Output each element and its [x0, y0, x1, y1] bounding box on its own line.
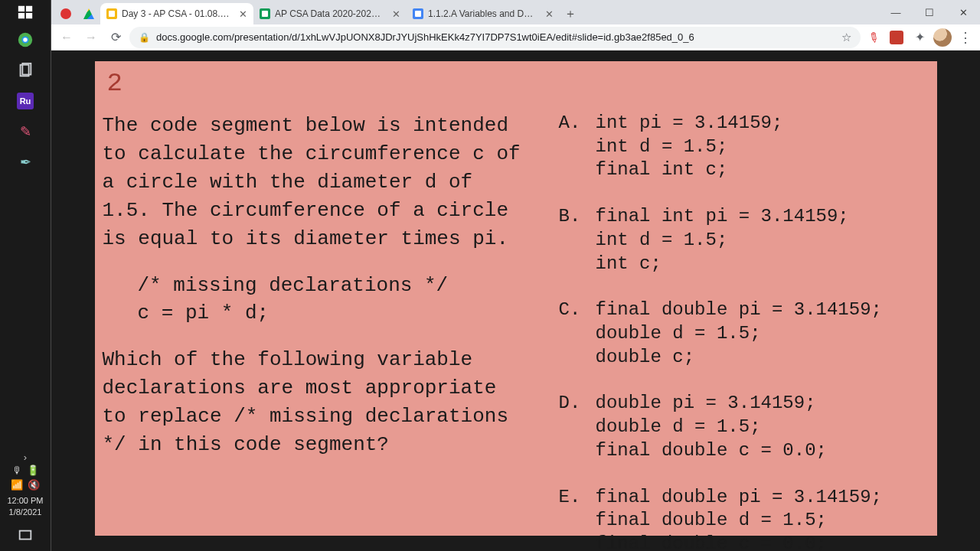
chevron-right-icon: › — [24, 452, 27, 463]
browser-menu[interactable]: ⋮ — [956, 29, 975, 46]
tab-2[interactable]: Day 3 - AP CSA - 01.08.21 - Goo ✕ — [100, 3, 253, 24]
question-column: The code segment below is intended to ca… — [103, 112, 531, 551]
answer-a: A. int pi = 3.14159; int d = 1.5; final … — [559, 112, 919, 182]
nav-forward[interactable]: → — [80, 27, 102, 48]
ru-icon: Ru — [17, 93, 34, 109]
puzzle-icon: ✦ — [915, 30, 925, 44]
brush-icon: ✒ — [20, 154, 31, 171]
browser-toolbar: ← → ⟳ 🔒 docs.google.com/presentation/d/1… — [51, 24, 980, 51]
new-tab-button[interactable]: ＋ — [560, 3, 581, 24]
presentation-viewport[interactable]: 2 The code segment below is intended to … — [51, 51, 980, 551]
answer-c: C. final double pi = 3.14159; double d =… — [559, 298, 919, 369]
lock-icon: 🔒 — [139, 32, 150, 43]
tab-0[interactable] — [54, 3, 77, 24]
answer-code: final double pi = 3.14159; final double … — [596, 486, 882, 551]
window-minimize[interactable]: — — [879, 0, 913, 24]
tab-title: AP CSA Data 2020-2021 - S2 - G — [275, 8, 384, 19]
answer-b: B. final int pi = 3.14159; int d = 1.5; … — [559, 205, 919, 276]
clock-time: 12:00 PM — [7, 495, 43, 506]
address-bar[interactable]: 🔒 docs.google.com/presentation/d/1xhLwVJ… — [129, 27, 861, 48]
sheets-icon — [260, 8, 270, 19]
svg-rect-2 — [18, 13, 24, 18]
chrome-icon — [17, 31, 34, 48]
close-icon: ✕ — [959, 7, 968, 18]
tab-title: 1.1.2.A Variables and Data Types — [428, 8, 537, 19]
slide-number: 2 — [107, 69, 919, 98]
extension-annotate[interactable]: ✎ — [860, 23, 887, 51]
taskbar-app-rush[interactable]: Ru — [0, 86, 51, 116]
answer-d: D. double pi = 3.14159; double d = 1.5; … — [559, 392, 919, 462]
microphone-icon[interactable]: 🎙 — [12, 465, 22, 476]
battery-icon[interactable]: 🔋 — [27, 465, 39, 476]
nav-back[interactable]: ← — [56, 27, 77, 48]
browser-window: Day 3 - AP CSA - 01.08.21 - Goo ✕ AP CSA… — [51, 0, 980, 551]
question-code: /* missing declarations */ c = pi * d; — [138, 272, 531, 328]
taskbar-tray-expand[interactable]: › — [24, 452, 27, 463]
taskbar-app-chrome[interactable] — [0, 24, 51, 55]
docs-icon — [413, 8, 423, 19]
question-para-2: Which of the following variable declarat… — [103, 346, 531, 459]
volume-mute-icon[interactable]: 🔇 — [28, 479, 40, 491]
tab-1[interactable] — [77, 3, 100, 24]
start-button[interactable] — [0, 0, 51, 24]
plus-icon: ＋ — [564, 6, 577, 22]
answer-letter: C. — [559, 298, 579, 369]
taskbar-app-brush[interactable]: ✒ — [0, 147, 51, 178]
window-close[interactable]: ✕ — [946, 0, 980, 24]
reload-icon: ⟳ — [111, 30, 121, 44]
svg-rect-3 — [26, 13, 32, 18]
taskbar-notifications[interactable] — [0, 520, 51, 551]
answer-code: final int pi = 3.14159; int d = 1.5; int… — [596, 205, 849, 276]
svg-rect-0 — [18, 6, 24, 11]
answer-code: double pi = 3.14159; double d = 1.5; fin… — [596, 392, 827, 462]
tab-close-icon[interactable]: ✕ — [392, 8, 400, 20]
answer-e: E. final double pi = 3.14159; final doub… — [559, 486, 919, 551]
svg-point-6 — [23, 37, 28, 42]
kebab-icon: ⋮ — [959, 30, 972, 45]
extension-red[interactable] — [887, 28, 906, 47]
answer-letter: A. — [559, 112, 579, 182]
clock-date: 1/8/2021 — [7, 507, 43, 517]
taskbar-app-files[interactable] — [0, 55, 51, 86]
notification-icon — [17, 527, 34, 544]
minimize-icon: — — [891, 7, 901, 18]
box-icon — [890, 31, 903, 44]
drive-icon — [83, 8, 94, 19]
tab-strip: Day 3 - AP CSA - 01.08.21 - Goo ✕ AP CSA… — [51, 0, 980, 24]
tab-3[interactable]: AP CSA Data 2020-2021 - S2 - G ✕ — [253, 3, 407, 24]
profile-avatar[interactable] — [933, 28, 952, 47]
taskbar-clock[interactable]: 12:00 PM 1/8/2021 — [7, 495, 43, 517]
question-para-1: The code segment below is intended to ca… — [103, 112, 531, 253]
pen-icon: ✎ — [20, 123, 31, 140]
window-maximize[interactable]: ☐ — [913, 0, 946, 24]
answer-letter: E. — [559, 486, 579, 551]
svg-rect-9 — [20, 531, 31, 540]
answers-column: A. int pi = 3.14159; int d = 1.5; final … — [559, 112, 919, 551]
taskbar-app-pen[interactable]: ✎ — [0, 116, 51, 147]
tab-title: Day 3 - AP CSA - 01.08.21 - Goo — [122, 8, 231, 19]
arrow-right-icon: → — [85, 31, 97, 44]
files-icon — [17, 62, 34, 79]
code-line: /* missing declarations */ — [138, 272, 531, 300]
answer-code: int pi = 3.14159; int d = 1.5; final int… — [596, 112, 783, 182]
windows-taskbar: Ru ✎ ✒ › 🎙 🔋 📶 🔇 12:00 PM 1/8/2021 — [0, 0, 51, 551]
arrow-left-icon: ← — [60, 31, 73, 44]
record-icon — [60, 8, 71, 19]
nav-reload[interactable]: ⟳ — [105, 27, 126, 48]
code-line: c = pi * d; — [138, 299, 531, 328]
wifi-icon[interactable]: 📶 — [11, 479, 23, 491]
answer-letter: D. — [559, 392, 579, 462]
tab-close-icon[interactable]: ✕ — [239, 8, 247, 20]
answer-letter: B. — [559, 205, 579, 276]
bookmark-star-icon[interactable]: ☆ — [841, 31, 851, 44]
url-text: docs.google.com/presentation/d/1xhLwVJpU… — [156, 31, 694, 43]
maximize-icon: ☐ — [925, 7, 934, 18]
answer-code: final double pi = 3.14159; double d = 1.… — [596, 298, 882, 369]
window-controls: — ☐ ✕ — [879, 0, 980, 24]
tab-close-icon[interactable]: ✕ — [545, 8, 554, 20]
tab-4[interactable]: 1.1.2.A Variables and Data Types ✕ — [407, 3, 560, 24]
windows-icon — [17, 4, 34, 21]
extensions-menu[interactable]: ✦ — [910, 28, 929, 47]
svg-rect-1 — [26, 6, 32, 11]
slide: 2 The code segment below is intended to … — [95, 61, 937, 536]
